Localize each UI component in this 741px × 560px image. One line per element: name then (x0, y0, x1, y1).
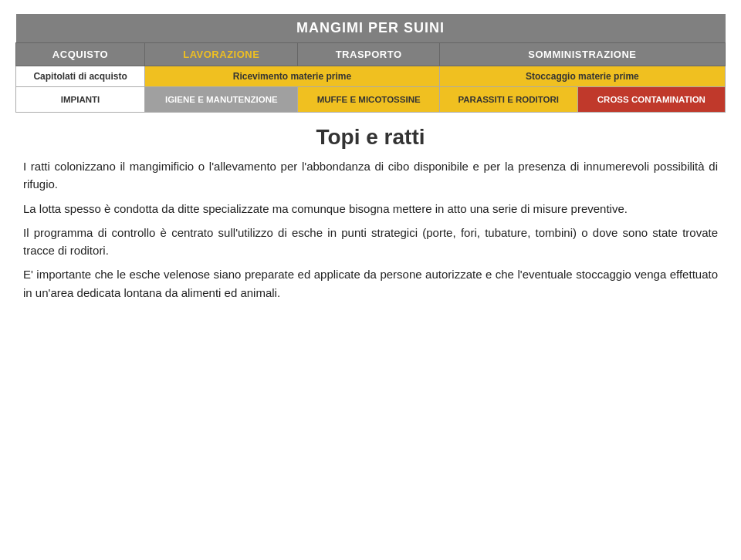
page-wrapper: MANGIMI PER SUINI ACQUISTO LAVORAZIONE T… (0, 0, 741, 560)
cat-lavorazione: LAVORAZIONE (145, 43, 298, 66)
content-area: Topi e ratti I ratti colonizzano il mang… (15, 113, 726, 302)
detail-impianti: IMPIANTI (16, 87, 145, 113)
sub-ricevimento: Ricevimento materie prime (145, 66, 440, 87)
detail-muffe: MUFFE E MICOTOSSINE (298, 87, 439, 113)
paragraph-2: La lotta spesso è condotta da ditte spec… (23, 200, 718, 218)
paragraph-4: E' importante che le esche velenose sian… (23, 265, 718, 302)
cat-trasporto: TRASPORTO (298, 43, 439, 66)
detail-parassiti: PARASSITI E RODITORI (439, 87, 577, 113)
sub-stoccaggio: Stoccaggio materie prime (439, 66, 725, 87)
detail-igiene: IGIENE E MANUTENZIONE (145, 87, 298, 113)
cat-acquisto: ACQUISTO (16, 43, 145, 66)
detail-cross: CROSS CONTAMINATION (577, 87, 725, 113)
cat-somministrazione: SOMMINISTRAZIONE (439, 43, 725, 66)
header-table: MANGIMI PER SUINI ACQUISTO LAVORAZIONE T… (15, 14, 726, 113)
paragraph-3: Il programma di controllo è centrato sul… (23, 224, 718, 260)
sub-capitolati: Capitolati di acquisto (16, 66, 145, 87)
content-title: Topi e ratti (23, 125, 718, 150)
main-title: MANGIMI PER SUINI (16, 14, 726, 43)
paragraph-1: I ratti colonizzano il mangimificio o l'… (23, 157, 718, 194)
